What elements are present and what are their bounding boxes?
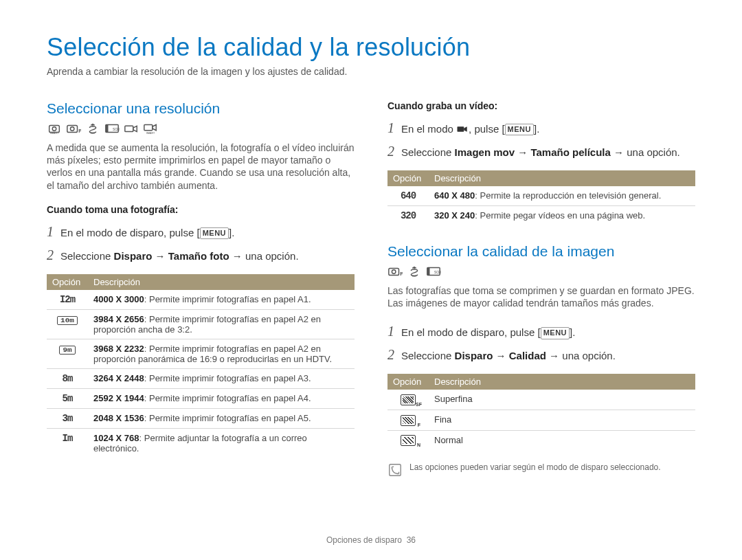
text: : Permite imprimir fotografías en papel … [144,413,311,423]
text: En el modo de disparo, pulse [ [401,326,541,338]
table-row: Normal [387,430,695,450]
th-description: Descripción [429,374,695,390]
opt-icon-12m: I2m [47,290,88,310]
opt-icon-9mw: 9m [47,339,88,368]
video-subhead: Cuando graba un vídeo: [387,100,695,111]
svg-point-15 [392,270,396,274]
text: : Permite imprimir fotografías en papel … [144,294,311,304]
section-quality-heading: Seleccionar la calidad de la imagen [387,243,695,260]
desc: 2592 X 1944: Permite imprimir fotografía… [88,388,355,408]
quality-table: Opción Descripción Superfina Fina Normal [387,374,695,450]
step-number: 1 [47,222,56,241]
text: : Permite imprimir fotografías en papel … [144,373,311,383]
video-steps: 1 En el modo , pulse [MENU]. 2 Seleccion… [387,118,695,161]
table-row: 10m3984 X 2656: Permite imprimir fotogra… [47,309,355,339]
photo-steps: 1 En el modo de disparo, pulse [MENU]. 2… [47,222,355,265]
step-text: Seleccione Disparo → Calidad → una opció… [401,348,695,363]
text: : Permite pegar vídeos en una página web… [475,210,645,221]
text: : Permite imprimir fotografías en papel … [144,393,311,403]
footer-section: Opciones de disparo [326,535,402,545]
mode-icons-row: SMART P DIS SCENE SMART [47,122,355,135]
step-number: 2 [387,345,397,364]
table-row: 3m2048 X 1536: Permite imprimir fotograf… [47,408,355,428]
opt-icon-normal [387,430,429,450]
text: ]. [229,227,234,238]
th-option: Opción [387,374,429,390]
step-text: Seleccione Imagen mov → Tamaño película … [401,145,695,159]
step-text: En el modo de disparo, pulse [MENU]. [401,325,695,339]
text: Seleccione [401,350,455,361]
table-row: 320320 X 240: Permite pegar vídeos en un… [387,206,695,226]
step-text: En el modo de disparo, pulse [MENU]. [60,225,355,240]
opt-icon-1m: Im [47,428,88,458]
svg-text:DIS: DIS [91,132,95,135]
right-column: Cuando graba un vídeo: 1 En el modo , pu… [387,100,695,478]
text: En el modo [401,123,456,135]
menu-button-label: MENU [505,124,534,135]
opt-icon-8m: 8m [47,368,88,388]
step-number: 1 [387,118,397,137]
scene-icon: SCENE [426,265,441,278]
bold: 3264 X 2448 [93,373,144,383]
bold: 320 X 240 [434,210,475,221]
svg-rect-13 [458,126,464,132]
page-footer: Opciones de disparo 36 [0,535,742,545]
table-row: 8m3264 X 2448: Permite imprimir fotograf… [47,368,355,388]
svg-point-4 [70,127,74,131]
page-title: Selección de la calidad y la resolución [47,33,695,62]
text: , pulse [ [469,123,505,135]
smart-auto-icon: SMART [47,122,62,135]
bold: Disparo [455,350,493,361]
svg-text:P: P [78,128,81,134]
menu-button-label: MENU [541,327,570,339]
svg-point-1 [52,127,56,131]
table-row: Im1024 X 768: Permite adjuntar la fotogr… [47,428,355,458]
svg-rect-3 [67,125,78,132]
smart-movie-icon: SMART [143,122,158,135]
svg-rect-19 [427,268,430,276]
svg-text:SCENE: SCENE [113,128,120,131]
photo-step-2: 2 Seleccione Disparo → Tamaño foto → una… [47,245,355,265]
quality-step-1: 1 En el modo de disparo, pulse [MENU]. [387,322,695,341]
table-row: Fina [387,410,695,430]
text: Seleccione [60,250,114,262]
desc: 3264 X 2448: Permite imprimir fotografía… [88,368,355,388]
photo-subhead: Cuando toma una fotografía: [47,204,355,215]
text: : Permite la reproducción en televisión … [475,190,661,201]
bold: 640 X 480 [434,190,475,201]
video-step-1: 1 En el modo , pulse [MENU]. [387,118,695,137]
program-icon: P [387,265,403,278]
opt-icon-640: 640 [387,186,429,206]
resolution-paragraph: A medida que se aumenta la resolución, l… [47,142,355,192]
video-resolution-table: Opción Descripción 640640 X 480: Permite… [387,170,695,225]
text: En el modo de disparo, pulse [ [60,227,200,238]
bold: Disparo [114,250,153,262]
desc: Normal [429,430,695,450]
footer-page-number: 36 [407,535,416,545]
desc: 1024 X 768: Permite adjuntar la fotograf… [88,428,355,458]
bold: 1024 X 768 [93,433,139,443]
text: → una opción. [546,350,616,361]
text: ]. [534,123,539,135]
dis-icon: DIS [407,265,422,278]
step-number: 2 [387,142,397,161]
table-row: 640640 X 480: Permite la reproducción en… [387,186,695,206]
svg-text:SMART: SMART [50,132,59,135]
step-number: 2 [47,245,56,265]
movie-mode-icon [456,123,469,133]
arrow: → [515,146,530,158]
desc: 3984 X 2656: Permite imprimir fotografía… [88,309,355,339]
dis-icon: DIS [85,122,100,135]
opt-icon-3m: 3m [47,408,88,428]
table-row: 5m2592 X 1944: Permite imprimir fotograf… [47,388,355,408]
page-intro: Aprenda a cambiar la resolución de la im… [47,66,695,77]
desc: 640 X 480: Permite la reproducción en te… [429,186,695,206]
text: → una opción. [611,146,680,158]
note: Las opciones pueden variar según el modo… [387,462,695,478]
arrow: → [493,350,508,361]
svg-rect-14 [389,268,399,275]
desc: 3968 X 2232: Permite imprimir fotografía… [88,339,355,368]
movie-icon [124,122,139,135]
svg-rect-21 [390,464,401,476]
bold: 3968 X 2232 [93,344,144,354]
